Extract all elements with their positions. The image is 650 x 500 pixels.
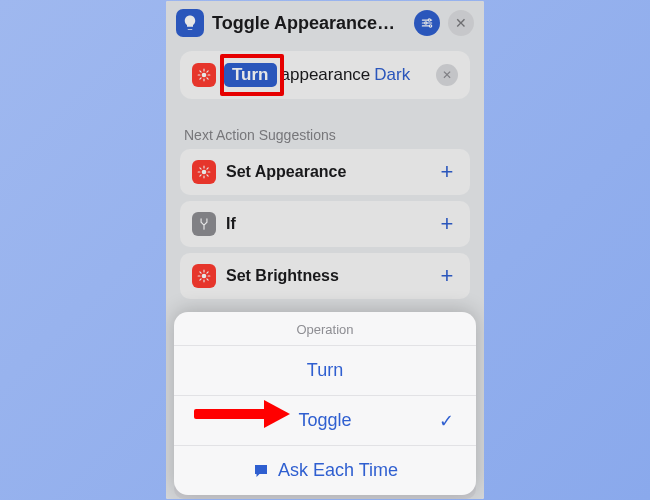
add-suggestion-button[interactable]: + [436,161,458,183]
lightbulb-icon [181,14,199,32]
suggestion-name: Set Appearance [226,163,426,181]
x-icon: ✕ [442,68,452,82]
suggestions-label: Next Action Suggestions [184,127,466,143]
option-toggle[interactable]: Toggle ✓ [174,395,476,445]
appearance-value[interactable]: Dark [374,65,410,85]
operation-picker-sheet: Operation Turn Toggle ✓ Ask Each Time [174,312,476,495]
suggestion-name: If [226,215,426,233]
close-icon: ✕ [455,15,467,31]
operation-token[interactable]: Turn [224,63,277,87]
sun-icon [197,68,211,82]
sliders-icon [420,16,434,30]
add-suggestion-button[interactable]: + [436,265,458,287]
settings-button[interactable] [414,10,440,36]
add-suggestion-button[interactable]: + [436,213,458,235]
remove-action-button[interactable]: ✕ [436,64,458,86]
suggestion-icon [192,264,216,288]
svg-point-3 [202,73,207,78]
svg-point-1 [425,22,427,24]
action-sentence: Turn appearance Dark [224,63,410,87]
page-title: Toggle Appearance… [212,13,406,34]
action-card[interactable]: Turn appearance Dark ✕ [180,51,470,99]
option-label: Turn [307,360,343,380]
suggestion-icon [192,160,216,184]
option-turn[interactable]: Turn [174,345,476,395]
sun-icon [197,165,211,179]
shortcut-app-icon[interactable] [176,9,204,37]
checkmark-icon: ✓ [439,410,454,432]
sun-icon [197,269,211,283]
svg-point-0 [428,19,430,21]
option-ask-each-time[interactable]: Ask Each Time [174,445,476,495]
suggestion-if[interactable]: If + [180,201,470,247]
app-screen: Toggle Appearance… ✕ Turn appearance Dar… [166,1,484,499]
svg-point-5 [202,274,207,279]
option-label: Ask Each Time [278,460,398,481]
suggestion-name: Set Brightness [226,267,426,285]
suggestion-set-appearance[interactable]: Set Appearance + [180,149,470,195]
option-label: Toggle [298,410,351,430]
suggestion-set-brightness[interactable]: Set Brightness + [180,253,470,299]
appearance-action-icon [192,63,216,87]
header-bar: Toggle Appearance… ✕ [166,1,484,45]
suggestion-icon [192,212,216,236]
close-button[interactable]: ✕ [448,10,474,36]
action-word: appearance [281,65,371,85]
sheet-title: Operation [174,312,476,345]
device-frame: Toggle Appearance… ✕ Turn appearance Dar… [166,1,484,499]
svg-point-4 [202,170,207,175]
branch-icon [197,217,211,231]
chat-icon [252,462,270,480]
svg-point-2 [429,25,431,27]
